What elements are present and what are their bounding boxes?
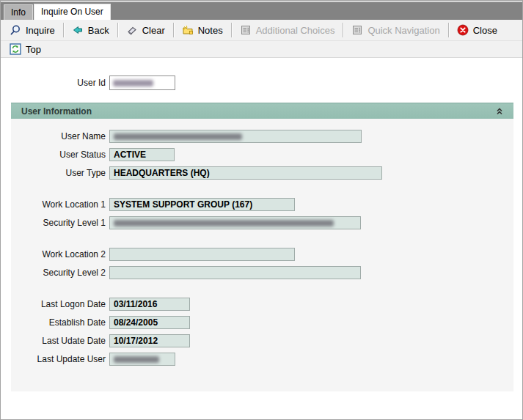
toolbar-separator [63, 23, 64, 37]
user-id-input[interactable] [109, 75, 175, 90]
eraser-icon [126, 24, 138, 36]
user-information-body: User Name User Status ACTIVE User Type H… [11, 119, 513, 391]
field-row-establish-date: Establish Date 08/24/2005 [11, 316, 513, 329]
chevron-double-up-icon[interactable] [494, 106, 505, 117]
user-information-header[interactable]: User Information [11, 103, 513, 119]
close-button[interactable]: Close [450, 23, 504, 37]
quick-navigation-button: Quick Navigation [345, 23, 446, 37]
content-area: User Id User Information User Name [1, 75, 522, 391]
top-button[interactable]: Top [3, 42, 48, 56]
last-update-user-label: Last Update User [11, 354, 106, 364]
work-location-2-field [109, 248, 295, 261]
field-row-user-name: User Name [11, 130, 513, 143]
toolbar-separator [117, 23, 118, 37]
close-icon [457, 24, 469, 36]
secondary-toolbar: Top [1, 40, 522, 58]
tab-info[interactable]: Info [4, 4, 33, 20]
redacted-value [113, 80, 153, 86]
work-location-1-label: Work Location 1 [11, 199, 106, 210]
toolbar-separator [173, 23, 174, 37]
clear-button[interactable]: Clear [120, 23, 172, 37]
back-arrow-icon [72, 24, 84, 36]
tab-strip: Info Inquire On User [1, 1, 522, 20]
last-update-user-field [109, 353, 175, 366]
field-row-security-level-2: Security Level 2 [11, 266, 513, 279]
form-list-icon [240, 24, 252, 36]
clear-label: Clear [142, 25, 165, 36]
security-level-1-field [109, 216, 361, 229]
field-row-last-udate-date: Last Udate Date 10/17/2012 [11, 334, 513, 347]
last-udate-date-label: Last Udate Date [11, 336, 106, 346]
user-name-field [109, 130, 362, 143]
user-type-field: HEADQUARTERS (HQ) [109, 166, 382, 180]
toolbar-separator [231, 23, 232, 37]
field-row-security-level-1: Security Level 1 [11, 216, 513, 229]
close-label: Close [473, 25, 497, 36]
work-location-1-field: SYSTEM SUPPORT GROUP (167) [109, 198, 295, 211]
notes-label: Notes [198, 25, 223, 36]
notes-icon [182, 24, 194, 36]
field-row-user-status: User Status ACTIVE [11, 148, 513, 161]
user-type-label: User Type [11, 168, 106, 178]
user-id-label: User Id [1, 78, 106, 88]
back-label: Back [88, 25, 109, 36]
security-level-1-label: Security Level 1 [11, 218, 106, 228]
work-location-2-label: Work Location 2 [11, 249, 106, 259]
field-row-user-type: User Type HEADQUARTERS (HQ) [11, 166, 513, 180]
form-list-icon [351, 24, 363, 36]
security-level-2-field [109, 266, 361, 279]
field-row-last-update-user: Last Update User [11, 353, 513, 366]
redacted-value [114, 220, 334, 226]
app-window: Info Inquire On User Inquire Back [0, 0, 523, 420]
security-level-2-label: Security Level 2 [11, 268, 106, 278]
top-label: Top [26, 44, 41, 55]
main-toolbar: Inquire Back Clear [1, 20, 522, 40]
notes-button[interactable]: Notes [175, 23, 230, 37]
last-logon-date-label: Last Logon Date [11, 299, 106, 309]
user-status-label: User Status [11, 150, 106, 160]
inquire-label: Inquire [26, 25, 55, 36]
magnifier-icon [10, 24, 21, 36]
last-udate-date-field: 10/17/2012 [109, 334, 190, 347]
toolbar-separator [343, 23, 343, 37]
panel-title: User Information [21, 106, 92, 117]
inquire-button[interactable]: Inquire [3, 23, 62, 37]
user-information-panel: User Information User Name User Stat [11, 103, 513, 391]
user-id-row: User Id [1, 75, 522, 90]
last-logon-date-field: 03/11/2016 [109, 298, 190, 311]
establish-date-field: 08/24/2005 [109, 316, 190, 329]
establish-date-label: Establish Date [11, 317, 106, 328]
redacted-value [114, 133, 242, 140]
additional-choices-button: Additional Choices [233, 23, 342, 37]
field-row-work-location-1: Work Location 1 SYSTEM SUPPORT GROUP (16… [11, 198, 513, 211]
additional-choices-label: Additional Choices [256, 25, 335, 36]
quick-navigation-label: Quick Navigation [367, 25, 439, 36]
user-name-label: User Name [11, 131, 106, 141]
user-status-field: ACTIVE [109, 148, 175, 161]
back-button[interactable]: Back [65, 23, 116, 37]
refresh-icon [10, 43, 21, 55]
toolbar-separator [448, 23, 449, 37]
field-row-last-logon-date: Last Logon Date 03/11/2016 [11, 298, 513, 311]
field-row-work-location-2: Work Location 2 [11, 248, 513, 261]
tab-inquire-on-user[interactable]: Inquire On User [34, 4, 111, 20]
redacted-value [114, 356, 159, 363]
